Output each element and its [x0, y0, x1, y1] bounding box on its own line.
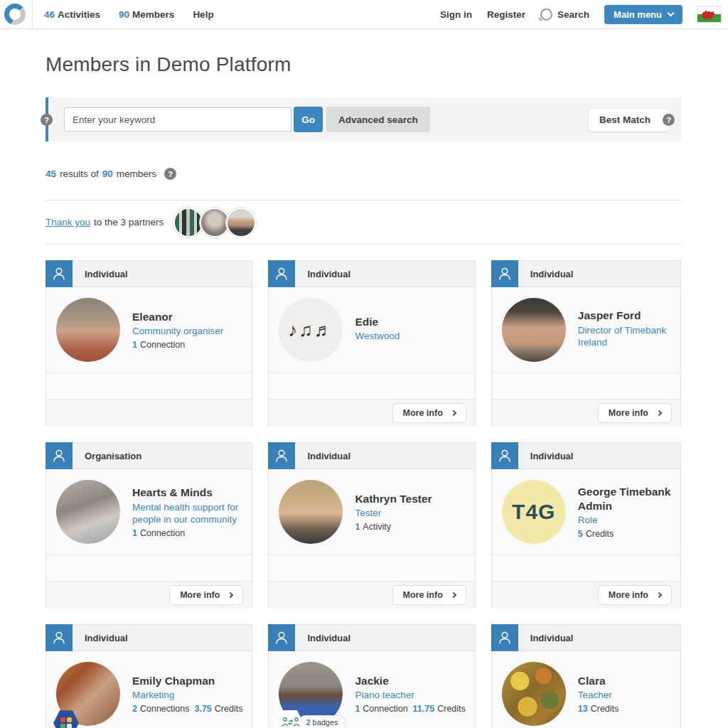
- member-avatar[interactable]: [502, 298, 566, 362]
- member-type-label: Individual: [530, 451, 574, 461]
- platform-logo-hole: [9, 9, 21, 20]
- results-help-icon[interactable]: ?: [164, 168, 176, 180]
- person-icon: [51, 630, 67, 646]
- member-type-icon: [491, 442, 518, 469]
- member-card-footer: More info: [492, 399, 680, 427]
- member-card: Individual Eleanor Community organiser 1…: [46, 260, 252, 427]
- more-info-label: More info: [609, 590, 648, 600]
- member-type-icon: [491, 260, 518, 287]
- puzzle-pieces: [60, 717, 72, 728]
- best-match-button[interactable]: Best Match ?: [588, 108, 670, 132]
- partners-text: to the 3 partners: [94, 217, 164, 228]
- more-info-button[interactable]: More info: [598, 585, 672, 605]
- member-card: Individual 2 badges J: [268, 624, 475, 728]
- chevron-right-icon: [656, 410, 662, 416]
- member-type-icon: [268, 624, 295, 651]
- member-card: Individual T4G George Timebank Admin Rol…: [491, 442, 681, 609]
- results-count: 45: [46, 168, 56, 179]
- member-card-spacer: [46, 555, 252, 581]
- member-card-header: Individual: [269, 625, 474, 651]
- partner-avatar-2[interactable]: [200, 208, 230, 237]
- keyword-input[interactable]: [64, 107, 291, 132]
- member-type-label: Organisation: [85, 451, 141, 461]
- member-card: Organisation Hearts & Minds Mental healt…: [46, 442, 252, 609]
- member-name: Jasper Ford: [578, 309, 676, 322]
- best-match-help-icon[interactable]: ?: [663, 114, 675, 126]
- sign-in-link[interactable]: Sign in: [440, 9, 472, 20]
- partner-avatar-3[interactable]: [226, 208, 256, 237]
- search-help-icon[interactable]: ?: [41, 114, 53, 126]
- nav-search-link[interactable]: Search: [540, 9, 589, 21]
- member-info: Kathryn Tester Tester 1Activity: [355, 492, 432, 532]
- badges-group[interactable]: 2 badges: [272, 710, 346, 728]
- member-info: George Timebank Admin Role 5Credits: [578, 485, 676, 538]
- member-card-body: Emily Chapman Marketing 2Connections3.75…: [46, 651, 252, 728]
- navbar-left: 46Activities 90Members Help: [44, 9, 214, 20]
- member-type-icon: [46, 624, 73, 651]
- badge-count-label: badges: [313, 718, 338, 727]
- stat-value: 13: [578, 704, 588, 714]
- stat-value: 3.75: [194, 704, 211, 714]
- member-card-body: Jasper Ford Director of Timebank Ireland: [492, 287, 680, 373]
- register-link[interactable]: Register: [487, 9, 525, 20]
- member-stats: 1Activity: [355, 522, 432, 532]
- member-info: Clara Teacher 13Credits: [578, 674, 624, 714]
- nav-members-link[interactable]: 90Members: [119, 9, 174, 20]
- stat-value: 5: [578, 529, 583, 539]
- member-card-footer: [46, 399, 252, 427]
- member-type-icon: [268, 260, 295, 287]
- member-card-body: 2 badges Jackie Piano teacher 1Connectio…: [269, 651, 474, 728]
- advanced-search-button[interactable]: Advanced search: [326, 107, 430, 132]
- member-stats: 1Connection11.75Credits: [355, 704, 470, 714]
- more-info-button[interactable]: More info: [392, 585, 466, 605]
- main-menu-button[interactable]: Main menu: [604, 5, 682, 24]
- thank-you-link[interactable]: Thank you: [46, 217, 90, 228]
- member-avatar[interactable]: [56, 480, 120, 544]
- partner-avatar-1[interactable]: [173, 208, 203, 237]
- stat-value: 1: [132, 340, 137, 350]
- nav-activities-link[interactable]: 46Activities: [44, 9, 100, 20]
- member-info: Jasper Ford Director of Timebank Ireland: [578, 309, 676, 350]
- chevron-right-icon: [656, 592, 662, 598]
- member-stats: 1Connection: [132, 528, 247, 538]
- member-name: Eleanor: [132, 310, 223, 323]
- more-info-button[interactable]: More info: [392, 403, 466, 423]
- stat-label: Credits: [437, 704, 466, 714]
- member-avatar[interactable]: ♪♫♬: [279, 298, 343, 362]
- more-info-label: More info: [403, 590, 443, 600]
- results-middle-text: results of: [60, 168, 99, 179]
- navbar-divider: [32, 0, 33, 29]
- member-avatar[interactable]: T4G: [502, 480, 566, 544]
- member-avatar[interactable]: [502, 662, 566, 726]
- member-card-footer: More info: [269, 399, 474, 427]
- member-type-label: Individual: [530, 269, 574, 279]
- person-icon: [274, 630, 289, 646]
- go-button[interactable]: Go: [294, 107, 323, 132]
- stat-value: 1: [132, 528, 137, 538]
- member-subtitle: Community organiser: [132, 325, 223, 338]
- member-name: Kathryn Tester: [355, 492, 432, 505]
- member-type-label: Individual: [530, 633, 574, 643]
- member-stats: 2Connections3.75Credits: [132, 704, 247, 714]
- member-avatar[interactable]: [56, 298, 120, 362]
- member-card-body: Clara Teacher 13Credits: [492, 651, 680, 728]
- member-avatar[interactable]: [279, 480, 343, 544]
- welsh-flag-language-toggle[interactable]: [697, 6, 721, 22]
- stat-label: Credits: [591, 704, 619, 714]
- more-info-button[interactable]: More info: [169, 585, 243, 605]
- chevron-right-icon: [451, 410, 456, 416]
- member-info: Eleanor Community organiser 1Connection: [132, 310, 223, 350]
- more-info-button[interactable]: More info: [598, 403, 672, 423]
- top-navbar: 46Activities 90Members Help Sign in Regi…: [0, 0, 728, 29]
- best-match-label: Best Match: [599, 114, 651, 125]
- page-title: Members in Demo Platform: [46, 53, 728, 76]
- member-card-body: T4G George Timebank Admin Role 5Credits: [492, 469, 680, 555]
- stat-label: Connection: [363, 704, 407, 714]
- member-card-header: Individual: [269, 443, 474, 469]
- member-info: Hearts & Minds Mental health support for…: [132, 486, 247, 537]
- stat-label: Connection: [140, 528, 185, 538]
- member-card: Individual Kathryn Tester Tester 1Activi…: [268, 442, 475, 609]
- nav-help-link[interactable]: Help: [193, 9, 213, 20]
- activities-label: Activities: [58, 9, 100, 20]
- platform-logo[interactable]: [4, 4, 26, 25]
